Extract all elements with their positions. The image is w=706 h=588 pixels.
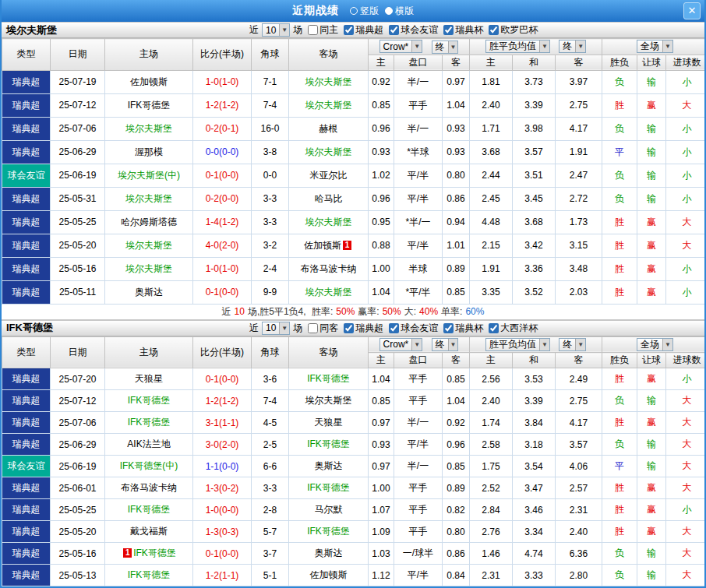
checkbox-input[interactable] <box>308 323 318 333</box>
filter-checkbox[interactable]: 球会友谊 <box>389 23 438 37</box>
checkbox-input[interactable] <box>344 25 354 35</box>
col-corner: 角球 <box>252 336 289 368</box>
avg-draw-odds: 3.42 <box>513 234 556 257</box>
avg-draw-odds: 3.54 <box>513 456 556 477</box>
filter-checkbox[interactable]: 瑞典杯 <box>443 322 483 335</box>
corners-cell: 3-8 <box>252 140 289 164</box>
asian-away-odds: 0.82 <box>443 499 470 521</box>
asian-handicap: *半球 <box>394 140 443 164</box>
result-goals: 小 <box>666 117 706 140</box>
score-cell: 3-1(1-1) <box>193 412 252 434</box>
match-date-cell: 25-07-06 <box>51 117 105 140</box>
chevron-down-icon: ▼ <box>411 40 422 52</box>
asian-handicap: 半/一 <box>394 412 443 434</box>
europe-final-select-value: 终 <box>563 40 572 53</box>
asian-final-select[interactable]: 终▼ <box>432 338 459 351</box>
asian-away-odds: 0.89 <box>443 257 470 280</box>
summary-row: 近10场,胜5平1负4, 胜率:50%赢率:50%大:40%单率:60% <box>2 305 704 320</box>
match-type-cell: 瑞典超 <box>2 477 51 499</box>
bookmaker-select[interactable]: Crow*▼ <box>379 40 423 53</box>
avg-draw-odds: 3.57 <box>513 140 556 164</box>
asian-home-odds: 0.88 <box>369 234 394 257</box>
europe-avg-select[interactable]: 胜平负均值▼ <box>485 40 550 53</box>
filter-checkbox[interactable]: 大西洋杯 <box>489 322 538 335</box>
filter-checkbox[interactable]: 欧罗巴杯 <box>489 23 538 37</box>
asian-away-odds: 1.04 <box>443 93 470 117</box>
filter-checkbox[interactable]: 瑞典杯 <box>443 23 483 37</box>
europe-final-select[interactable]: 终▼ <box>559 40 586 53</box>
recent-count-select[interactable]: 10▼ <box>262 23 290 37</box>
result-handicap: 输 <box>637 117 666 140</box>
result-winlose: 负 <box>602 543 637 565</box>
avg-away-odds: 1.91 <box>556 140 602 164</box>
layout-radio[interactable]: 竖版 <box>350 5 379 18</box>
avg-home-odds: 3.35 <box>470 280 513 304</box>
checkbox-input[interactable] <box>489 323 499 333</box>
corners-cell: 2-5 <box>252 434 289 456</box>
corners-cell: 6-6 <box>252 456 289 477</box>
asian-handicap: 平手 <box>394 390 443 412</box>
match-type-cell: 瑞典超 <box>2 434 51 456</box>
filter-checkbox[interactable]: 同主 <box>308 23 338 37</box>
avg-away-odds: 6.36 <box>556 543 602 565</box>
match-type-cell: 瑞典超 <box>2 93 51 117</box>
avg-home-odds: 2.76 <box>470 521 513 543</box>
result-winlose: 负 <box>602 117 637 140</box>
checkbox-input[interactable] <box>443 323 454 333</box>
asian-away-odds: 0.80 <box>443 164 470 187</box>
recent-label: 近 <box>249 23 259 37</box>
recent-count-select[interactable]: 10▼ <box>262 322 290 335</box>
result-winlose: 负 <box>602 187 637 210</box>
result-winlose: 负 <box>602 434 637 456</box>
corners-cell: 3-7 <box>252 543 289 565</box>
layout-radio[interactable]: 横版 <box>385 5 414 18</box>
result-handicap: 赢 <box>637 368 666 390</box>
match-row: 瑞典超25-05-13IFK哥德堡1-2(1-1)5-1佐加顿斯1.12平/半0… <box>2 565 706 586</box>
match-row: 瑞典超25-07-12IFK哥德堡1-2(1-2)7-4埃尔夫斯堡0.85平手1… <box>2 93 706 117</box>
score-cell: 1-1(0-0) <box>193 456 252 477</box>
checkbox-input[interactable] <box>308 25 318 35</box>
avg-away-odds: 2.49 <box>556 368 602 390</box>
checkbox-input[interactable] <box>389 25 399 35</box>
avg-home-odds: 1.71 <box>470 117 513 140</box>
match-date-cell: 25-07-20 <box>51 368 105 390</box>
col-home: 主场 <box>105 336 193 368</box>
europe-final-select[interactable]: 终▼ <box>559 338 586 351</box>
asian-away-odds: 0.93 <box>443 140 470 164</box>
filter-checkbox[interactable]: 同客 <box>308 322 338 335</box>
avg-draw-odds: 3.36 <box>513 257 556 280</box>
home-team-cell: 哈尔姆斯塔德 <box>105 210 193 234</box>
result-handicap: 输 <box>637 70 666 93</box>
score-cell: 1-0(0-0) <box>193 499 252 521</box>
match-row: 瑞典超25-07-12IFK哥德堡1-2(1-2)7-4埃尔夫斯堡0.85平手1… <box>2 390 706 412</box>
result-winlose: 平 <box>602 140 637 164</box>
scope-select[interactable]: 全场▼ <box>637 338 673 351</box>
score-cell: 0-1(0-0) <box>193 368 252 390</box>
europe-avg-select[interactable]: 胜平负均值▼ <box>485 338 550 351</box>
asian-final-select[interactable]: 终▼ <box>432 40 459 54</box>
col-type: 类型 <box>2 336 51 368</box>
avg-home-odds: 2.15 <box>470 234 513 257</box>
result-handicap: 赢 <box>637 210 666 234</box>
panel-title: 近期战绩 <box>292 4 339 18</box>
match-row: 瑞典超25-07-06IFK哥德堡3-1(1-1)4-5天狼星0.97半/一0.… <box>2 412 706 434</box>
asian-away-odds: 0.86 <box>443 187 470 210</box>
checkbox-input[interactable] <box>489 25 499 35</box>
filter-checkbox[interactable]: 球会友谊 <box>389 322 438 335</box>
asian-away-odds: 0.93 <box>443 117 470 140</box>
col-asian-home: 主 <box>369 55 394 70</box>
away-team-cell: 天狼星 <box>289 412 369 434</box>
close-button[interactable]: ✕ <box>683 2 701 19</box>
filter-checkbox[interactable]: 瑞典超 <box>344 322 383 335</box>
bookmaker-select[interactable]: Crow*▼ <box>379 338 423 351</box>
scope-select[interactable]: 全场▼ <box>637 40 673 53</box>
checkbox-input[interactable] <box>344 323 354 333</box>
checkbox-label: 大西洋杯 <box>500 322 538 335</box>
score-cell: 1-3(0-2) <box>193 477 252 499</box>
checkbox-input[interactable] <box>443 25 454 35</box>
match-date-cell: 25-05-25 <box>51 210 105 234</box>
score-cell: 0-2(0-0) <box>193 187 252 210</box>
corners-cell: 4-5 <box>252 412 289 434</box>
filter-checkbox[interactable]: 瑞典超 <box>344 23 383 37</box>
checkbox-input[interactable] <box>389 323 399 333</box>
